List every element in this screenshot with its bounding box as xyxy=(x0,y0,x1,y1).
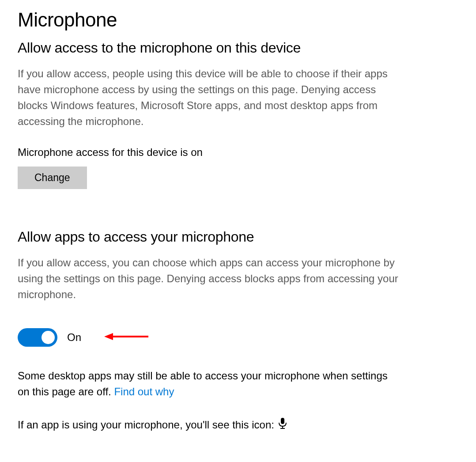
desktop-apps-note: Some desktop apps may still be able to a… xyxy=(18,368,402,400)
apps-access-toggle[interactable] xyxy=(18,328,57,347)
svg-marker-1 xyxy=(104,333,113,340)
change-button[interactable]: Change xyxy=(18,167,87,189)
device-access-status: Microphone access for this device is on xyxy=(18,146,458,159)
mic-in-use-note: If an app is using your microphone, you'… xyxy=(18,417,458,432)
arrow-annotation-icon xyxy=(104,331,148,344)
page-title: Microphone xyxy=(18,9,458,31)
icon-note-text: If an app is using your microphone, you'… xyxy=(18,419,274,431)
section2-title: Allow apps to access your microphone xyxy=(18,229,458,245)
desktop-note-text: Some desktop apps may still be able to a… xyxy=(18,370,388,398)
section1-description: If you allow access, people using this d… xyxy=(18,66,402,129)
microphone-icon xyxy=(278,417,287,432)
section1-title: Allow access to the microphone on this d… xyxy=(18,40,458,56)
svg-rect-2 xyxy=(281,418,284,424)
toggle-knob xyxy=(42,331,55,344)
toggle-state-label: On xyxy=(67,331,81,344)
find-out-why-link[interactable]: Find out why xyxy=(114,386,174,398)
apps-access-toggle-row: On xyxy=(18,328,458,347)
section2-description: If you allow access, you can choose whic… xyxy=(18,255,402,303)
